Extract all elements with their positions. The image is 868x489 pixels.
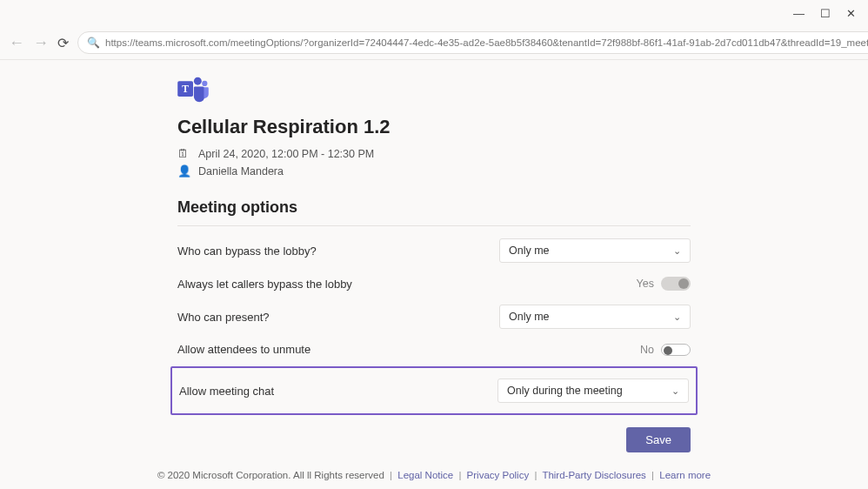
- content-area: T Cellular Respiration 1.2 🗓 April 24, 2…: [177, 76, 691, 452]
- who-present-select[interactable]: Only me ⌄: [499, 305, 691, 329]
- chevron-down-icon: ⌄: [673, 311, 681, 323]
- options-heading: Meeting options: [177, 198, 691, 226]
- select-value: Only me: [509, 311, 550, 323]
- svg-text:T: T: [182, 84, 189, 94]
- calendar-icon: 🗓: [177, 147, 191, 160]
- option-label: Who can present?: [177, 311, 270, 324]
- teams-logo-icon: T: [177, 76, 209, 104]
- option-allow-unmute: Allow attendees to unmute No: [177, 336, 691, 363]
- chevron-down-icon: ⌄: [671, 385, 679, 397]
- toggle-label: Yes: [637, 278, 654, 290]
- meeting-organizer-row: 👤 Daniella Mandera: [177, 164, 691, 178]
- toggle-label: No: [640, 344, 654, 356]
- meeting-organizer: Daniella Mandera: [198, 165, 284, 178]
- learn-more-link[interactable]: Learn more: [659, 470, 711, 480]
- select-value: Only during the meeting: [507, 385, 623, 397]
- back-button[interactable]: ←: [9, 34, 24, 52]
- save-button[interactable]: Save: [626, 427, 691, 452]
- select-value: Only me: [509, 244, 550, 257]
- close-button[interactable]: ✕: [846, 7, 856, 20]
- svg-point-2: [194, 77, 202, 85]
- window-controls: — ☐ ✕: [781, 0, 868, 27]
- page-footer: © 2020 Microsoft Corporation. All ll Rig…: [0, 470, 868, 480]
- minimize-button[interactable]: —: [793, 7, 805, 20]
- svg-point-3: [202, 81, 207, 86]
- privacy-link[interactable]: Privacy Policy: [467, 470, 530, 480]
- actions-row: Save: [177, 427, 691, 452]
- copyright-text: © 2020 Microsoft Corporation. All ll Rig…: [157, 470, 384, 480]
- site-info-icon: 🔍: [87, 37, 100, 49]
- option-who-present: Who can present? Only me ⌄: [177, 298, 691, 336]
- callers-bypass-toggle[interactable]: [661, 277, 691, 291]
- option-label: Always let callers bypass the lobby: [177, 278, 352, 291]
- meeting-title: Cellular Respiration 1.2: [177, 116, 691, 138]
- option-bypass-lobby: Who can bypass the lobby? Only me ⌄: [177, 231, 691, 270]
- reload-button[interactable]: ⟳: [57, 35, 69, 51]
- person-icon: 👤: [177, 164, 191, 178]
- option-allow-chat: Allow meeting chat Only during the meeti…: [179, 372, 689, 410]
- meeting-datetime-row: 🗓 April 24, 2020, 12:00 PM - 12:30 PM: [177, 147, 691, 160]
- forward-button[interactable]: →: [33, 34, 49, 52]
- allow-chat-select[interactable]: Only during the meeting ⌄: [497, 378, 689, 403]
- highlighted-option: Allow meeting chat Only during the meeti…: [170, 366, 698, 415]
- address-bar[interactable]: 🔍 https://teams.microsoft.com/meetingOpt…: [77, 31, 868, 54]
- chevron-down-icon: ⌄: [673, 245, 681, 257]
- allow-unmute-control: No: [640, 344, 691, 356]
- browser-toolbar: ← → ⟳ 🔍 https://teams.microsoft.com/meet…: [0, 26, 868, 60]
- url-text: https://teams.microsoft.com/meetingOptio…: [105, 37, 868, 48]
- legal-link[interactable]: Legal Notice: [397, 470, 453, 480]
- bypass-lobby-select[interactable]: Only me ⌄: [499, 238, 691, 263]
- callers-bypass-control: Yes: [637, 277, 691, 291]
- meeting-datetime: April 24, 2020, 12:00 PM - 12:30 PM: [198, 148, 374, 160]
- option-label: Allow meeting chat: [179, 385, 274, 398]
- third-party-link[interactable]: Third-Party Disclosures: [542, 470, 646, 480]
- option-callers-bypass: Always let callers bypass the lobby Yes: [177, 270, 691, 298]
- allow-unmute-toggle[interactable]: [661, 344, 691, 356]
- option-label: Who can bypass the lobby?: [177, 244, 317, 258]
- maximize-button[interactable]: ☐: [820, 7, 831, 20]
- option-label: Allow attendees to unmute: [177, 343, 310, 356]
